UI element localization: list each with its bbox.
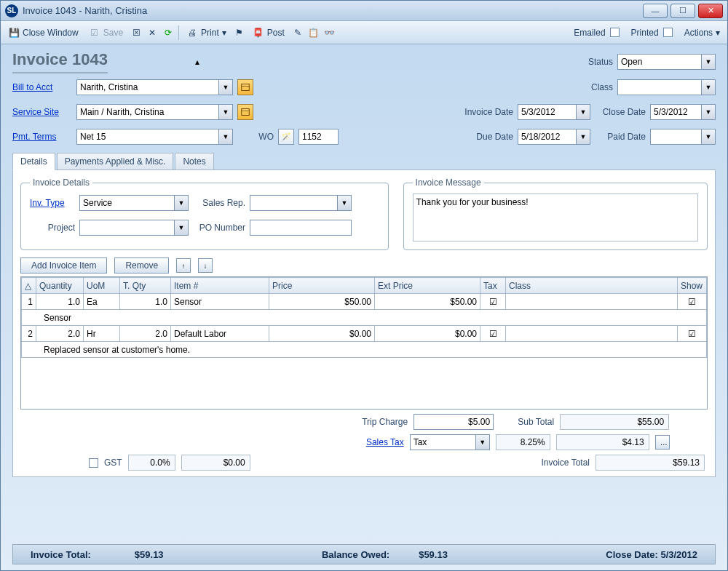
inv-type-field[interactable] <box>79 195 174 211</box>
table-row[interactable]: 1 1.0 Ea 1.0 Sensor $50.00 $50.00 ☑ ☑ <box>22 294 707 310</box>
chevron-down-icon[interactable]: ▼ <box>701 54 716 70</box>
save-button[interactable]: ☑ Save <box>86 25 126 40</box>
paid-date-combo[interactable]: ▼ <box>650 129 716 145</box>
cell-uom[interactable]: Hr <box>84 326 120 342</box>
cell-class[interactable] <box>506 326 678 342</box>
sales-rep-combo[interactable]: ▼ <box>250 195 352 211</box>
refresh-icon[interactable]: ⟳ <box>162 27 174 39</box>
printed-checkbox[interactable] <box>663 28 673 37</box>
tab-payments[interactable]: Payments Applied & Misc. <box>57 153 174 170</box>
cell-uom[interactable]: Ea <box>84 294 120 310</box>
chevron-down-icon[interactable]: ▼ <box>218 79 233 95</box>
class-combo[interactable]: ▼ <box>617 79 716 95</box>
pmt-terms-field[interactable] <box>76 129 218 145</box>
gst-checkbox[interactable] <box>89 458 98 468</box>
chevron-down-icon[interactable]: ▼ <box>576 129 590 145</box>
actions-menu[interactable]: Actions ▾ <box>681 26 723 39</box>
invoice-date-field[interactable] <box>518 104 576 120</box>
close-window-button[interactable]: 💾 Close Window <box>5 25 82 40</box>
move-down-button[interactable]: ↓ <box>198 258 213 273</box>
invoice-message-text[interactable]: Thank you for your business! <box>413 193 698 241</box>
service-site-field[interactable] <box>76 104 218 120</box>
invoice-date-combo[interactable]: ▼ <box>518 104 590 120</box>
chevron-down-icon[interactable]: ▼ <box>218 129 233 145</box>
cell-show[interactable]: ☑ <box>678 326 707 342</box>
po-field[interactable] <box>250 220 352 236</box>
col-price[interactable]: Price <box>269 278 375 294</box>
bill-to-label[interactable]: Bill to Acct <box>12 82 72 92</box>
move-up-button[interactable]: ↑ <box>176 258 191 273</box>
clipboard-icon[interactable]: 📋 <box>308 27 320 39</box>
emailed-checkbox[interactable] <box>610 28 620 37</box>
delete-icon[interactable]: ✕ <box>146 27 158 39</box>
bill-to-lookup[interactable] <box>237 79 253 95</box>
cell-price[interactable]: $0.00 <box>269 326 375 342</box>
cell-qty[interactable]: 2.0 <box>36 326 84 342</box>
chevron-down-icon[interactable]: ▼ <box>576 104 590 120</box>
maximize-button[interactable]: ☐ <box>670 4 695 18</box>
chevron-down-icon[interactable]: ▼ <box>475 434 490 450</box>
status-combo[interactable]: ▼ <box>617 54 716 70</box>
edit-icon[interactable]: ✎ <box>292 27 304 39</box>
cell-tqty[interactable]: 2.0 <box>120 326 171 342</box>
bill-to-combo[interactable]: ▼ <box>76 79 233 95</box>
col-tax[interactable]: Tax <box>480 278 506 294</box>
chevron-down-icon[interactable]: ▼ <box>701 79 716 95</box>
due-date-field[interactable] <box>518 129 576 145</box>
minimize-button[interactable]: — <box>643 4 668 18</box>
bill-to-field[interactable] <box>76 79 218 95</box>
inv-type-combo[interactable]: ▼ <box>79 195 189 211</box>
close-button[interactable]: ✕ <box>698 4 723 18</box>
chevron-down-icon[interactable]: ▼ <box>701 129 716 145</box>
project-combo[interactable]: ▼ <box>79 220 189 236</box>
sales-tax-combo[interactable]: ▼ <box>410 434 490 450</box>
tab-details[interactable]: Details <box>12 153 55 170</box>
wo-lookup[interactable]: 🪄 <box>278 129 294 145</box>
cell-class[interactable] <box>506 294 678 310</box>
col-extprice[interactable]: Ext Price <box>375 278 480 294</box>
col-item[interactable]: Item # <box>171 278 269 294</box>
service-site-combo[interactable]: ▼ <box>76 104 233 120</box>
col-quantity[interactable]: Quantity <box>36 278 84 294</box>
flag-icon[interactable]: ⚑ <box>234 27 245 39</box>
tab-notes[interactable]: Notes <box>175 153 213 170</box>
cell-ext[interactable]: $50.00 <box>375 294 480 310</box>
due-date-combo[interactable]: ▼ <box>518 129 590 145</box>
cell-show[interactable]: ☑ <box>678 294 707 310</box>
inv-type-label[interactable]: Inv. Type <box>30 198 75 208</box>
trip-charge-field[interactable] <box>414 414 494 430</box>
col-expand[interactable]: △ <box>22 278 36 294</box>
pmt-terms-combo[interactable]: ▼ <box>76 129 233 145</box>
remove-button[interactable]: Remove <box>114 257 169 273</box>
cell-item[interactable]: Default Labor <box>171 326 269 342</box>
print-button[interactable]: 🖨 Print ▾ <box>183 25 229 40</box>
sales-tax-type[interactable] <box>410 434 475 450</box>
wo-field[interactable] <box>298 129 339 145</box>
cell-tax[interactable]: ☑ <box>480 294 506 310</box>
table-row-desc[interactable]: Sensor <box>22 310 707 326</box>
cell-desc[interactable]: Replaced sensor at customer's home. <box>22 342 707 358</box>
table-row-desc[interactable]: Replaced sensor at customer's home. <box>22 342 707 358</box>
pmt-terms-label[interactable]: Pmt. Terms <box>12 132 72 142</box>
status-field[interactable] <box>617 54 701 70</box>
add-invoice-item-button[interactable]: Add Invoice Item <box>20 257 107 273</box>
chevron-down-icon[interactable]: ▼ <box>701 104 716 120</box>
post-button[interactable]: 📮 Post <box>250 25 288 40</box>
cell-ext[interactable]: $0.00 <box>375 326 480 342</box>
project-field[interactable] <box>79 220 174 236</box>
class-field[interactable] <box>617 79 701 95</box>
close-date-field[interactable] <box>650 104 701 120</box>
chevron-down-icon[interactable]: ▼ <box>218 104 233 120</box>
close-date-combo[interactable]: ▼ <box>650 104 716 120</box>
table-row[interactable]: 2 2.0 Hr 2.0 Default Labor $0.00 $0.00 ☑… <box>22 326 707 342</box>
cell-tax[interactable]: ☑ <box>480 326 506 342</box>
col-class[interactable]: Class <box>506 278 678 294</box>
sales-tax-label[interactable]: Sales Tax <box>346 437 404 447</box>
service-site-lookup[interactable] <box>237 104 253 120</box>
col-tqty[interactable]: T. Qty <box>120 278 171 294</box>
cell-qty[interactable]: 1.0 <box>36 294 84 310</box>
chevron-down-icon[interactable]: ▼ <box>337 195 352 211</box>
chevron-down-icon[interactable]: ▼ <box>174 195 189 211</box>
chevron-down-icon[interactable]: ▼ <box>174 220 189 236</box>
col-show[interactable]: Show <box>678 278 707 294</box>
